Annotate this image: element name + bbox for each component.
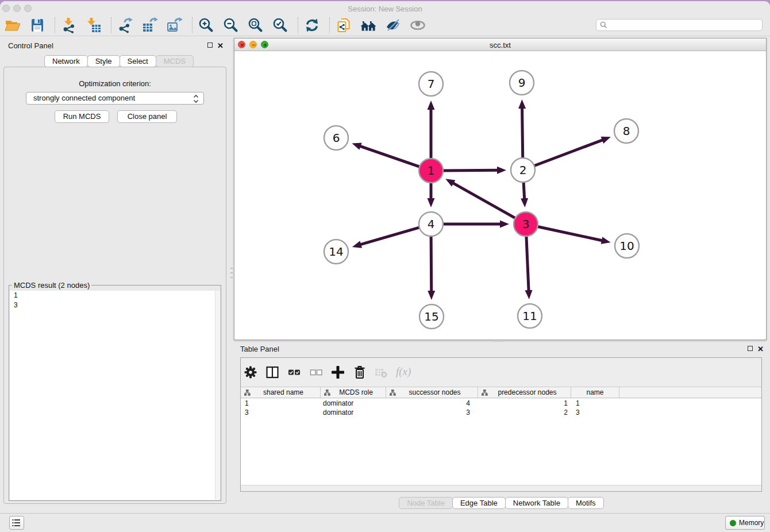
graph-node-label: 1: [428, 164, 435, 178]
control-panel: Optimization criterion: strongly connect…: [3, 67, 226, 504]
criterion-select[interactable]: strongly connected component: [26, 92, 204, 105]
graph-edge[interactable]: [537, 226, 602, 241]
network-canvas[interactable]: 7968124314101511: [234, 51, 766, 340]
graph-node-label: 15: [424, 310, 438, 323]
graph-edge[interactable]: [453, 183, 516, 219]
import-network-icon[interactable]: [61, 17, 77, 33]
list-item[interactable]: 3: [10, 300, 220, 310]
mcds-result-list[interactable]: 1 3: [10, 291, 220, 500]
toolbar-separator: [329, 17, 330, 33]
tab-edge-table[interactable]: Edge Table: [452, 497, 506, 509]
graph-edge[interactable]: [526, 235, 529, 291]
show-all-views-icon[interactable]: [360, 17, 376, 33]
search-input[interactable]: [596, 19, 763, 31]
graph-edge-arrowhead: [352, 241, 362, 248]
column-browser-icon[interactable]: [265, 365, 279, 379]
delete-columns-icon[interactable]: [353, 365, 367, 379]
delete-table-icon[interactable]: [374, 365, 388, 379]
tab-network[interactable]: Network: [44, 55, 88, 67]
table-row[interactable]: 1 dominator 4 1 1: [241, 399, 761, 408]
tab-network-table[interactable]: Network Table: [505, 497, 568, 509]
graph-edge-arrowhead: [601, 237, 611, 244]
horizontal-scrollbar[interactable]: [241, 485, 761, 491]
zoom-out-icon[interactable]: [223, 17, 239, 33]
table-tabs: Node Table Edge Table Network Table Moti…: [240, 497, 762, 509]
tab-select[interactable]: Select: [120, 55, 156, 67]
graph-edge[interactable]: [360, 227, 421, 244]
memory-label: Memory: [739, 519, 764, 527]
clone-network-icon[interactable]: [336, 17, 352, 33]
table-row[interactable]: 3 dominator 3 2 3: [241, 408, 761, 417]
run-mcds-button[interactable]: Run MCDS: [55, 110, 109, 123]
panel-divider-handle[interactable]: [493, 340, 503, 342]
network-view-title: scc.txt: [234, 41, 766, 49]
list-icon: [10, 516, 24, 529]
tab-style[interactable]: Style: [87, 55, 120, 67]
apply-layout-icon[interactable]: [304, 17, 320, 33]
control-panel-close-icon[interactable]: ✕: [217, 43, 224, 49]
column-header-successor-nodes[interactable]: successor nodes: [386, 387, 478, 398]
toolbar-separator: [55, 17, 55, 33]
column-header-shared-name[interactable]: shared name: [241, 387, 321, 398]
graph-edge[interactable]: [523, 181, 525, 199]
graph-edge[interactable]: [431, 235, 432, 291]
memory-status-icon: [730, 520, 736, 526]
tab-motifs[interactable]: Motifs: [568, 497, 604, 509]
graph-edge[interactable]: [522, 108, 523, 159]
add-column-icon[interactable]: [331, 365, 345, 379]
show-graphics-details-icon[interactable]: [410, 17, 426, 33]
select-all-icon[interactable]: [287, 365, 301, 379]
column-header-name[interactable]: name: [571, 387, 619, 398]
network-graph[interactable]: 7968124314101511: [234, 51, 766, 340]
open-session-icon[interactable]: [5, 17, 21, 33]
zoom-selected-icon[interactable]: [272, 17, 288, 33]
table-body: 1 dominator 4 1 1 3 dominator 3 2 3: [241, 399, 761, 485]
column-settings-icon[interactable]: [244, 365, 257, 379]
panel-divider-handle[interactable]: [230, 268, 233, 278]
control-panel-float-icon[interactable]: [207, 43, 213, 48]
column-header-mcds-role[interactable]: MCDS role: [321, 387, 386, 398]
control-panel-title: Control Panel: [8, 41, 53, 50]
scrollbar[interactable]: [215, 291, 220, 500]
toolbar-separator: [111, 17, 111, 33]
save-session-icon[interactable]: [29, 17, 45, 33]
hide-graphics-details-icon[interactable]: [385, 17, 401, 33]
graph-edge[interactable]: [533, 140, 603, 167]
table-panel: f(x) shared name MCDS role successor nod…: [240, 357, 762, 492]
export-network-icon[interactable]: [117, 17, 133, 33]
tab-mcds[interactable]: MCDS: [156, 55, 194, 67]
network-window-titlebar[interactable]: scc.txt: [234, 38, 766, 51]
deselect-all-icon[interactable]: [309, 365, 323, 379]
list-item[interactable]: 1: [10, 291, 220, 300]
network-view-window: scc.txt 7968124314101511: [234, 38, 767, 340]
zoom-fit-icon[interactable]: [248, 17, 264, 33]
tab-node-table[interactable]: Node Table: [399, 497, 453, 509]
graph-edge-arrowhead: [428, 101, 435, 110]
graph-edge-arrowhead: [500, 221, 509, 228]
table-header: shared name MCDS role successor nodes pr…: [241, 387, 761, 398]
table-toolbar: f(x): [241, 358, 761, 387]
status-bar: Memory: [0, 513, 770, 532]
table-panel-close-icon[interactable]: ✕: [757, 346, 764, 353]
select-stepper-icon: [193, 94, 199, 103]
graph-node-label: 4: [428, 217, 435, 231]
graph-edge-arrowhead: [497, 167, 506, 174]
table-panel-float-icon[interactable]: [748, 346, 753, 351]
mcds-result-legend: MCDS result (2 nodes): [12, 281, 91, 290]
zoom-in-icon[interactable]: [198, 17, 214, 33]
function-builder-icon[interactable]: f(x): [396, 365, 415, 379]
graph-edge-arrowhead: [521, 198, 528, 207]
memory-button[interactable]: Memory: [725, 516, 765, 530]
export-table-icon[interactable]: [142, 17, 158, 33]
graph-node-label: 9: [518, 76, 526, 90]
toolbar-separator: [298, 17, 298, 33]
import-table-icon[interactable]: [86, 17, 102, 33]
column-header-predecessor-nodes[interactable]: predecessor nodes: [478, 387, 571, 398]
graph-edge[interactable]: [442, 170, 498, 171]
export-image-icon[interactable]: [167, 17, 183, 33]
close-panel-button[interactable]: Close panel: [117, 110, 177, 123]
show-task-history-button[interactable]: [9, 516, 24, 530]
graph-edge[interactable]: [360, 146, 421, 167]
mcds-result-box: MCDS result (2 nodes) 1 3: [9, 285, 221, 501]
criterion-select-value: strongly connected component: [33, 94, 135, 102]
